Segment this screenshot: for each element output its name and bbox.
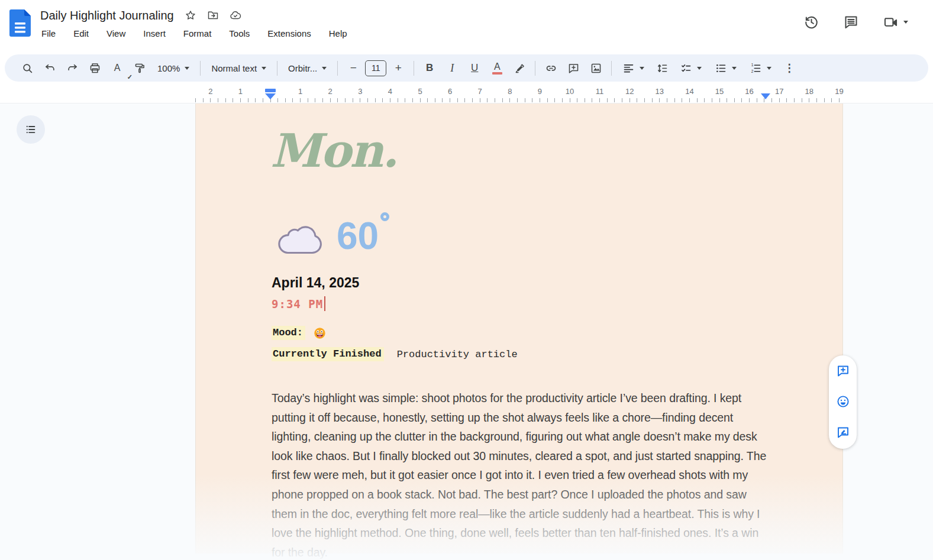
comments-icon[interactable] xyxy=(843,14,859,30)
star-icon[interactable] xyxy=(185,9,196,21)
ruler-number: 17 xyxy=(775,87,783,96)
degree-symbol xyxy=(380,212,389,221)
paragraph-style-dropdown[interactable]: Normal text xyxy=(205,57,272,79)
chevron-down-icon xyxy=(767,67,771,70)
cloud-icon xyxy=(275,221,327,257)
undo-button[interactable] xyxy=(39,57,60,79)
menu-tools[interactable]: Tools xyxy=(228,27,251,40)
menu-view[interactable]: View xyxy=(105,27,127,40)
decrease-font-size-button[interactable]: − xyxy=(343,57,364,79)
ruler-number: 5 xyxy=(418,87,422,96)
ruler-ticks xyxy=(195,98,843,102)
divider xyxy=(414,61,414,76)
ruler-number: 12 xyxy=(625,87,634,96)
emoji-reaction-icon xyxy=(836,394,850,409)
menu-help[interactable]: Help xyxy=(328,27,348,40)
divider xyxy=(277,61,277,76)
chevron-down-icon xyxy=(322,67,327,70)
ruler-number: 1 xyxy=(238,87,243,96)
increase-font-size-button[interactable]: + xyxy=(388,57,409,79)
journal-paragraph[interactable]: Today’s highlight was simple: shoot phot… xyxy=(272,389,767,560)
menu-extensions[interactable]: Extensions xyxy=(266,27,312,40)
ruler-number: 3 xyxy=(358,87,362,96)
divider xyxy=(200,61,201,76)
document-outline-button[interactable] xyxy=(17,115,45,144)
date-text: April 14, 2025 xyxy=(272,275,359,291)
svg-text:2: 2 xyxy=(751,69,754,73)
chevron-down-icon xyxy=(185,67,189,70)
text-color-button[interactable]: A xyxy=(486,57,508,79)
insert-image-button[interactable] xyxy=(585,57,606,79)
bulleted-list-dropdown[interactable] xyxy=(709,57,742,79)
ruler-number: 19 xyxy=(835,87,843,96)
font-dropdown[interactable]: Orbitr... xyxy=(282,57,332,79)
print-icon xyxy=(89,62,101,75)
ruler-number: 18 xyxy=(805,87,813,96)
right-indent-marker[interactable] xyxy=(761,93,770,99)
suggest-edits-button[interactable] xyxy=(835,425,851,441)
chevron-down-icon xyxy=(697,67,702,70)
menu-file[interactable]: File xyxy=(40,27,57,40)
chevron-down-icon xyxy=(903,21,908,24)
menu-format[interactable]: Format xyxy=(182,27,213,40)
add-comment-button-floating[interactable] xyxy=(835,364,851,379)
mood-line: Mood: xyxy=(272,326,326,340)
left-indent-marker[interactable] xyxy=(265,89,276,99)
ruler-number: 1 xyxy=(298,87,302,96)
ruler-number: 16 xyxy=(745,87,753,96)
align-dropdown[interactable] xyxy=(616,57,650,79)
menu-edit[interactable]: Edit xyxy=(72,27,90,40)
print-button[interactable] xyxy=(84,57,105,79)
ruler-number: 2 xyxy=(208,87,212,96)
zoom-dropdown[interactable]: 100% xyxy=(151,57,195,79)
mood-label: Mood: xyxy=(272,326,305,340)
menu-insert[interactable]: Insert xyxy=(142,27,167,40)
spellcheck-button[interactable]: A✓ xyxy=(106,57,128,79)
insert-link-button[interactable] xyxy=(540,57,561,79)
app-header: Daily Highlight Journaling xyxy=(0,0,933,52)
align-left-icon xyxy=(622,62,635,75)
search-menus-button[interactable] xyxy=(17,57,38,79)
ruler-number: 4 xyxy=(388,87,392,96)
add-comment-button[interactable] xyxy=(563,57,584,79)
more-options-button[interactable]: ⋮ xyxy=(779,57,800,79)
currently-finished-line: Currently Finished Productivity article xyxy=(272,347,518,361)
italic-button[interactable]: I xyxy=(441,57,463,79)
link-icon xyxy=(545,62,557,75)
ruler-number: 7 xyxy=(478,87,482,96)
redo-icon xyxy=(66,62,79,75)
chevron-down-icon xyxy=(640,67,644,70)
toolbar-container: A✓ 100% Normal text Orbitr... − 11 + B xyxy=(0,52,933,86)
add-emoji-reaction-button[interactable] xyxy=(835,394,851,410)
grinning-face-emoji-icon xyxy=(314,327,326,339)
checklist-dropdown[interactable] xyxy=(674,57,708,79)
undo-icon xyxy=(44,62,56,75)
day-heading: Mon. xyxy=(270,124,397,177)
meet-call-button[interactable] xyxy=(883,14,908,30)
time-text: 9:34 PM xyxy=(272,296,325,311)
chevron-down-icon xyxy=(732,67,737,70)
document-page[interactable]: Mon. 60 April 14, 2025 9:34 PM Mood: xyxy=(195,103,843,553)
google-docs-logo-icon[interactable] xyxy=(9,9,31,37)
spellcheck-icon: A xyxy=(114,63,121,73)
document-title[interactable]: Daily Highlight Journaling xyxy=(40,9,174,22)
numbered-list-dropdown[interactable]: 1 2 xyxy=(744,57,777,79)
floating-actions xyxy=(829,355,857,449)
highlighter-icon xyxy=(514,62,526,75)
move-folder-icon[interactable] xyxy=(207,9,219,21)
font-size-input[interactable]: 11 xyxy=(365,60,386,76)
ruler-number: 15 xyxy=(715,87,724,96)
toolbar: A✓ 100% Normal text Orbitr... − 11 + B xyxy=(5,54,928,82)
checklist-icon xyxy=(680,62,692,75)
ruler-number: 14 xyxy=(685,87,693,96)
outline-list-icon xyxy=(24,123,37,136)
line-spacing-button[interactable] xyxy=(651,57,673,79)
ruler-number: 6 xyxy=(448,87,452,96)
bold-button[interactable]: B xyxy=(419,57,440,79)
cloud-saved-icon[interactable] xyxy=(230,9,241,21)
image-icon xyxy=(590,62,602,75)
underline-button[interactable]: U xyxy=(464,57,485,79)
version-history-icon[interactable] xyxy=(803,14,819,30)
redo-button[interactable] xyxy=(62,57,83,79)
highlight-color-button[interactable] xyxy=(509,57,530,79)
